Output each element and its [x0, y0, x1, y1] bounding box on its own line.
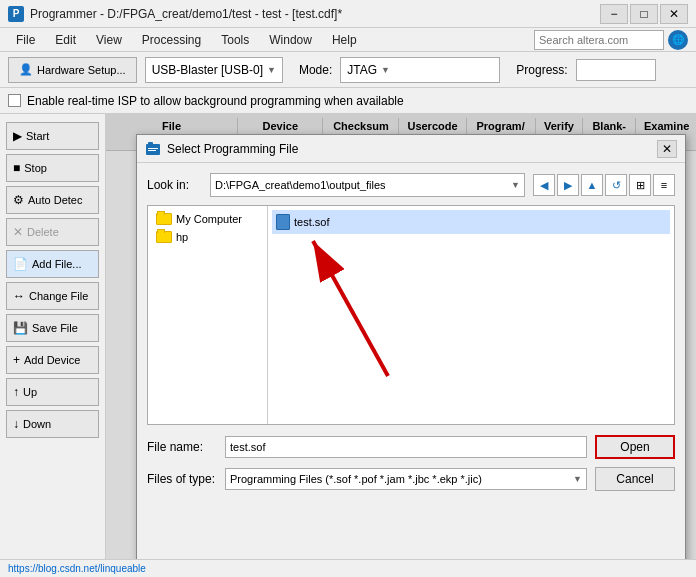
test-sof-item[interactable]: test.sof	[272, 210, 670, 234]
filename-label: File name:	[147, 440, 217, 454]
menu-window[interactable]: Window	[261, 31, 320, 49]
add-device-button[interactable]: + Add Device	[6, 346, 99, 374]
isp-label: Enable real-time ISP to allow background…	[27, 94, 404, 108]
my-computer-icon	[156, 213, 172, 225]
status-url: https://blog.csdn.net/linqueable	[8, 563, 146, 574]
right-panel: test.sof	[268, 206, 674, 424]
dialog-title-bar: Select Programming File ✕	[137, 135, 685, 163]
progress-label: Progress:	[516, 63, 567, 77]
menu-view[interactable]: View	[88, 31, 130, 49]
hp-label: hp	[176, 231, 188, 243]
window-title: Programmer - D:/FPGA_creat/demo1/test - …	[30, 7, 342, 21]
search-input[interactable]	[534, 30, 664, 50]
open-button[interactable]: Open	[595, 435, 675, 459]
mode-dropdown[interactable]: JTAG ▼	[340, 57, 500, 83]
file-browser: My Computer hp test.sof	[147, 205, 675, 425]
add-device-icon: +	[13, 353, 20, 367]
menu-help[interactable]: Help	[324, 31, 365, 49]
main-content: ▶ Start ■ Stop ⚙ Auto Detec ✕ Delete 📄 A…	[0, 114, 696, 577]
sidebar: ▶ Start ■ Stop ⚙ Auto Detec ✕ Delete 📄 A…	[0, 114, 106, 577]
down-button[interactable]: ↓ Down	[6, 410, 99, 438]
up-icon: ↑	[13, 385, 19, 399]
mode-dropdown-arrow: ▼	[381, 65, 390, 75]
menu-edit[interactable]: Edit	[47, 31, 84, 49]
search-globe-icon[interactable]: 🌐	[668, 30, 688, 50]
save-file-button[interactable]: 💾 Save File	[6, 314, 99, 342]
left-panel: My Computer hp	[148, 206, 268, 424]
maximize-button[interactable]: □	[630, 4, 658, 24]
progress-bar	[576, 59, 656, 81]
lookin-row: Look in: D:\FPGA_creat\demo1\output_file…	[147, 173, 675, 197]
lookin-dropdown-arrow: ▼	[511, 180, 520, 190]
svg-rect-1	[148, 142, 153, 145]
nav-forward-button[interactable]: ▶	[557, 174, 579, 196]
my-computer-label: My Computer	[176, 213, 242, 225]
add-file-icon: 📄	[13, 257, 28, 271]
usb-blaster-dropdown[interactable]: USB-Blaster [USB-0] ▼	[145, 57, 283, 83]
start-button[interactable]: ▶ Start	[6, 122, 99, 150]
hw-icon: 👤	[19, 63, 33, 76]
dialog-close-button[interactable]: ✕	[657, 140, 677, 158]
delete-icon: ✕	[13, 225, 23, 239]
view-icons-button[interactable]: ⊞	[629, 174, 651, 196]
toolbar: 👤 Hardware Setup... USB-Blaster [USB-0] …	[0, 52, 696, 88]
filetype-dropdown-arrow: ▼	[573, 474, 582, 484]
title-bar: P Programmer - D:/FPGA_creat/demo1/test …	[0, 0, 696, 28]
close-button[interactable]: ✕	[660, 4, 688, 24]
change-file-button[interactable]: ↔ Change File	[6, 282, 99, 310]
lookin-label: Look in:	[147, 178, 202, 192]
menu-bar: File Edit View Processing Tools Window H…	[0, 28, 696, 52]
app-icon: P	[8, 6, 24, 22]
filetype-dropdown[interactable]: Programming Files (*.sof *.pof *.jam *.j…	[225, 468, 587, 490]
stop-button[interactable]: ■ Stop	[6, 154, 99, 182]
sof-file-icon	[276, 214, 290, 230]
delete-button[interactable]: ✕ Delete	[6, 218, 99, 246]
mode-label: Mode:	[299, 63, 332, 77]
content-area: File Device Checksum Usercode Program/ C…	[106, 114, 696, 577]
filetype-row: Files of type: Programming Files (*.sof …	[147, 467, 675, 491]
hp-folder-icon	[156, 231, 172, 243]
view-details-button[interactable]: ≡	[653, 174, 675, 196]
down-icon: ↓	[13, 417, 19, 431]
change-file-icon: ↔	[13, 289, 25, 303]
dialog-icon	[145, 141, 161, 157]
nav-up-button[interactable]: ▲	[581, 174, 603, 196]
add-file-button[interactable]: 📄 Add File...	[6, 250, 99, 278]
test-sof-label: test.sof	[294, 216, 329, 228]
nav-back-button[interactable]: ◀	[533, 174, 555, 196]
auto-detect-button[interactable]: ⚙ Auto Detec	[6, 186, 99, 214]
isp-checkbox[interactable]	[8, 94, 21, 107]
minimize-button[interactable]: −	[600, 4, 628, 24]
stop-icon: ■	[13, 161, 20, 175]
cancel-button[interactable]: Cancel	[595, 467, 675, 491]
my-computer-item[interactable]: My Computer	[152, 210, 263, 228]
menu-tools[interactable]: Tools	[213, 31, 257, 49]
nav-buttons: ◀ ▶ ▲ ↺ ⊞ ≡	[533, 174, 675, 196]
select-programming-file-dialog: Select Programming File ✕ Look in: D:\FP…	[136, 134, 686, 567]
up-button[interactable]: ↑ Up	[6, 378, 99, 406]
menu-processing[interactable]: Processing	[134, 31, 209, 49]
start-icon: ▶	[13, 129, 22, 143]
nav-refresh-button[interactable]: ↺	[605, 174, 627, 196]
hp-item[interactable]: hp	[152, 228, 263, 246]
dialog-body: Look in: D:\FPGA_creat\demo1\output_file…	[137, 163, 685, 501]
dialog-title-text: Select Programming File	[167, 142, 298, 156]
save-file-icon: 💾	[13, 321, 28, 335]
filetype-label: Files of type:	[147, 472, 217, 486]
svg-rect-3	[148, 150, 156, 151]
filename-row: File name: Open	[147, 435, 675, 459]
usb-dropdown-arrow: ▼	[267, 65, 276, 75]
svg-rect-2	[148, 148, 158, 149]
isp-row: Enable real-time ISP to allow background…	[0, 88, 696, 114]
lookin-dropdown[interactable]: D:\FPGA_creat\demo1\output_files ▼	[210, 173, 525, 197]
hardware-setup-button[interactable]: 👤 Hardware Setup...	[8, 57, 137, 83]
filename-input[interactable]	[225, 436, 587, 458]
status-bar: https://blog.csdn.net/linqueable	[0, 559, 696, 577]
svg-rect-0	[146, 144, 160, 155]
auto-detect-icon: ⚙	[13, 193, 24, 207]
menu-file[interactable]: File	[8, 31, 43, 49]
